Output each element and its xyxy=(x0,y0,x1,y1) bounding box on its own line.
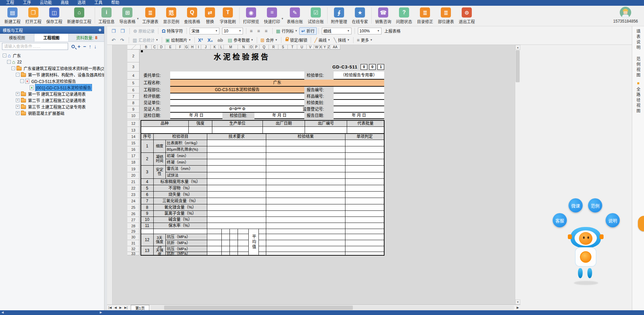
column-header-X[interactable]: X xyxy=(319,45,322,49)
sheet-cell-r23[interactable] xyxy=(345,192,384,198)
sheet-cell-r19[interactable]: 安定性 xyxy=(154,166,166,179)
sheet-cell-r16[interactable] xyxy=(207,146,266,153)
tree-item-label[interactable]: [001]-GD-C3-511水泥检验报告 xyxy=(35,84,92,91)
sheet-cell-r5[interactable]: 广东 xyxy=(170,80,384,87)
tree-item-label[interactable]: 广东省建筑工程竣工验收技术资料统一用表(2016版) xyxy=(23,65,104,71)
sheet-cell-r8[interactable]: 见证单位: xyxy=(144,100,171,106)
sheet-cell-r16[interactable]: 80μm筛孔筛余(%) xyxy=(166,146,207,153)
menu-item-选项[interactable]: 选项 xyxy=(75,0,92,6)
row-header-10[interactable]: 10 xyxy=(127,113,140,119)
wrap-line-button[interactable]: ↵折行 xyxy=(299,27,317,35)
row-header-7[interactable]: 7 xyxy=(127,93,140,100)
code-box-1[interactable]: 0 xyxy=(361,64,367,70)
sheet-cell-r14[interactable]: 单项判定 xyxy=(345,134,384,140)
sheet-cell-r30[interactable]: 3天强度 xyxy=(154,234,166,246)
sheet-cell-r24[interactable]: 三氧化硫含量（%） xyxy=(154,198,207,204)
tree-item[interactable]: -⌂广东 xyxy=(1,52,104,59)
sheet-cell-r12[interactable]: 出厂日期 xyxy=(263,120,305,127)
sheet-cell-r20[interactable] xyxy=(345,172,384,179)
sheet-cell-r32[interactable]: 13 xyxy=(141,246,154,255)
sheet-cell-r29[interactable] xyxy=(345,229,384,234)
sheet-cell-r33[interactable] xyxy=(222,252,230,255)
zoom-select[interactable]: 100%▼ xyxy=(358,28,381,34)
sheet-cell-r22[interactable] xyxy=(207,185,266,192)
dropdown-arrow-icon[interactable]: ▼ xyxy=(281,17,284,20)
sheet-cell-r10[interactable]: 年 月 日 xyxy=(170,113,222,119)
column-header-J[interactable]: J xyxy=(201,45,211,49)
sidebar-scroll-left-icon[interactable]: ◀ xyxy=(1,311,4,314)
collapse-icon[interactable]: - xyxy=(7,60,11,64)
expand-icon[interactable]: + xyxy=(16,92,20,96)
sheet-cell-r12[interactable]: 强度 xyxy=(189,120,212,127)
sheet-cell-r30[interactable] xyxy=(266,234,345,240)
toolbar-button-打印预览[interactable]: ◉打印预览 xyxy=(241,7,262,25)
font-family-select[interactable]: 宋体▼ xyxy=(190,28,219,34)
menu-item-工具[interactable]: 工具 xyxy=(92,0,109,6)
sheet-cell-r29[interactable] xyxy=(266,229,345,234)
row-header-31[interactable]: 31 xyxy=(127,240,140,246)
toolbar-button-试验台账[interactable]: ☑试验台账 xyxy=(305,7,326,25)
code-box-3[interactable]: 1 xyxy=(377,64,384,70)
sheet-cell-r6[interactable] xyxy=(334,87,384,93)
toolbar-button-问题状态[interactable]: ?问题状态 xyxy=(394,7,415,25)
column-header-T[interactable]: T xyxy=(288,45,297,49)
sheet-cell-r8[interactable]: 检验类别: xyxy=(307,100,332,106)
sheet-cell-r18[interactable]: 终凝（min） xyxy=(166,159,207,166)
redo-icon[interactable]: ↷ xyxy=(119,36,127,44)
merge-button[interactable]: ⊞合并▼ xyxy=(259,36,279,44)
row-header-32[interactable]: 32 xyxy=(127,246,140,252)
sheet-cell-r32[interactable] xyxy=(259,246,266,252)
sheet-cell-r28[interactable] xyxy=(345,223,384,229)
row-header-27[interactable]: 27 xyxy=(127,217,140,223)
column-header-Y[interactable]: Y xyxy=(322,45,328,49)
sheet-cell-r25[interactable] xyxy=(345,204,384,211)
sheet-cell-r29[interactable] xyxy=(154,229,207,234)
sheet-cell-r12[interactable]: 品种 xyxy=(141,120,189,127)
row-header-3[interactable]: 3 xyxy=(127,62,140,71)
column-header-E[interactable]: E xyxy=(165,45,176,49)
tree-item[interactable]: -广东省建筑工程竣工验收技术资料统一用表(2016版) xyxy=(1,65,104,71)
sheet-cell-r15[interactable]: 比表面积（m²/kg） xyxy=(166,140,207,146)
sheet-cell-r30[interactable]: 12 xyxy=(141,234,154,246)
tree-item[interactable]: +第三节 土建工程施工记录专用表 xyxy=(1,104,104,110)
special-char-button[interactable]: Ω特殊字符 xyxy=(160,27,185,35)
sheet-cell-r31[interactable] xyxy=(222,240,230,246)
float-button-客服[interactable]: 客服 xyxy=(553,213,567,227)
row-header-8[interactable]: 8 xyxy=(127,100,140,106)
subscript-icon[interactable]: X₂ xyxy=(206,36,216,44)
sheet-cell-r12[interactable]: 出厂编号 xyxy=(305,120,347,127)
expand-icon[interactable]: + xyxy=(16,105,20,109)
toolbar-button-退出工程[interactable]: ⊙退出工程 xyxy=(456,7,477,25)
toolbar-button-替换[interactable]: ⇄替换 xyxy=(203,7,217,25)
vtab-fullpath-view[interactable]: 全路径视图 xyxy=(635,87,641,114)
toolbar-button-在线专家[interactable]: ★在线专家 xyxy=(349,7,370,25)
sheet-cell-r21[interactable]: 标准稠度用水量（%） xyxy=(154,179,207,185)
row-header-24[interactable]: 24 xyxy=(127,198,140,204)
sheet-cell-r30[interactable]: 抗压（MPa） xyxy=(166,234,207,240)
row-header-14[interactable]: 14 xyxy=(127,134,140,140)
sheet-cell-r17[interactable] xyxy=(266,153,345,159)
float-button-微课[interactable]: 微课 xyxy=(569,198,583,212)
sheet-cell-r31[interactable] xyxy=(345,240,384,246)
spreadsheet[interactable]: BCDEFGHIJKLMNOPQRSTUVWXYZAA 234567891012… xyxy=(107,45,515,305)
sheet-cell-r15[interactable] xyxy=(345,140,384,146)
row-header-4[interactable]: 4 xyxy=(127,71,140,80)
column-header-R[interactable]: R xyxy=(269,45,278,49)
sheet-cell-r4[interactable]: 委托单位: xyxy=(144,71,171,80)
sidebar-scroll-right-icon[interactable]: ▶ xyxy=(100,311,102,314)
sheet-cell-r15[interactable] xyxy=(266,140,345,146)
sheet-cell-r21[interactable]: 4 xyxy=(141,179,154,185)
column-header-W[interactable]: W xyxy=(314,45,319,49)
column-header-Z[interactable]: Z xyxy=(328,45,330,49)
erase-line-button[interactable]: ╲抹线▼ xyxy=(332,36,351,44)
sheet-cell-r28[interactable]: 保水率（%） xyxy=(154,223,207,229)
sheet-cell-r8[interactable] xyxy=(170,100,304,106)
tree-item-label[interactable]: 第三节 土建工程施工记录专用表 xyxy=(27,104,86,110)
sheet-cell-r17[interactable] xyxy=(207,153,266,159)
add-icon[interactable]: + xyxy=(78,44,81,49)
collapse-icon[interactable]: - xyxy=(16,73,20,77)
scroll-up-icon[interactable]: ▲ xyxy=(515,45,520,50)
sheet-cell-r14[interactable]: 检验结果 xyxy=(266,134,345,140)
sheet-cell-r7[interactable] xyxy=(334,93,384,100)
pin-icon[interactable]: ✚ xyxy=(98,28,101,32)
